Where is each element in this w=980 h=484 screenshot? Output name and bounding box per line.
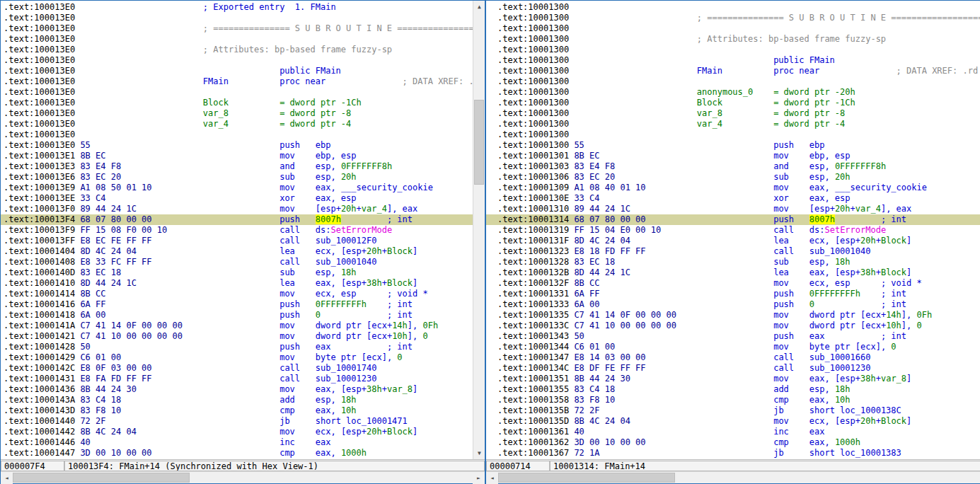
code-token[interactable]: + <box>382 384 387 394</box>
opcode-bytes[interactable]: 8B 44 24 30 <box>574 374 630 384</box>
opcode-bytes[interactable]: 40 <box>80 437 90 447</box>
scroll-down-icon[interactable]: ▼ <box>473 447 485 459</box>
address[interactable]: .text:10001333 <box>497 299 569 309</box>
disasm-line[interactable]: .text:10001343 50 push eax ; int <box>486 331 980 342</box>
opcode-bytes[interactable]: C7 41 14 0F 00 00 00 <box>80 321 183 330</box>
code-token[interactable]: eax <box>316 342 331 352</box>
code-token[interactable]: ebp <box>809 140 825 150</box>
address[interactable]: .text:1000135D <box>497 416 569 426</box>
address[interactable]: .text:100013E6 <box>4 172 75 182</box>
opcode-bytes[interactable]: 83 E4 F8 <box>80 161 121 171</box>
opcode-bytes[interactable]: 72 2F <box>80 416 105 426</box>
disasm-line[interactable]: .text:100013E0 var_4 = dword ptr -4 <box>1 119 473 129</box>
opcode-bytes[interactable]: 6A FF <box>574 289 599 299</box>
code-token[interactable]: ; int <box>387 342 413 352</box>
code-token[interactable]: ; void * <box>881 278 922 288</box>
opcode-bytes[interactable]: 6A FF <box>80 299 105 309</box>
address[interactable]: .text:10001300 <box>497 76 569 86</box>
code-token[interactable]: call <box>279 236 300 246</box>
code-token[interactable]: call <box>773 225 794 235</box>
number-token[interactable]: Block <box>881 236 906 246</box>
code-token[interactable]: mov <box>279 183 295 192</box>
address[interactable]: .text:10001418 <box>4 310 75 320</box>
address[interactable]: .text:100013EE <box>4 193 75 203</box>
opcode-bytes[interactable]: 8B 4C 24 04 <box>574 416 630 426</box>
number-token[interactable]: 0FFFFFFFFh <box>316 299 367 309</box>
number-token[interactable]: var_4 <box>855 204 881 214</box>
code-token[interactable]: mov <box>279 352 295 362</box>
address[interactable]: .text:10001358 <box>497 395 569 405</box>
disasm-line[interactable]: .text:10001447 3D 00 10 00 00 cmp eax, 1… <box>1 448 473 459</box>
disasm-line[interactable]: .text:10001367 72 1A jb short loc_100013… <box>486 448 980 459</box>
number-token[interactable]: 0FFFFFFF8h <box>835 161 886 171</box>
address[interactable]: .text:10001421 <box>4 331 75 341</box>
code-token[interactable]: cmp <box>279 448 295 458</box>
address[interactable]: .text:1000132B <box>497 267 569 277</box>
code-token[interactable]: [esp+ <box>316 204 341 214</box>
code-token[interactable]: push <box>279 310 300 320</box>
code-token[interactable]: eax, [esp+ <box>316 278 367 288</box>
number-token[interactable]: Block <box>387 246 413 256</box>
code-token[interactable]: + <box>876 236 881 246</box>
opcode-bytes[interactable]: 72 2F <box>574 405 599 415</box>
address[interactable]: .text:10001300 <box>497 119 569 129</box>
number-token[interactable]: 14h <box>886 310 901 320</box>
code-token[interactable]: jb <box>773 448 783 458</box>
disasm-line[interactable]: .text:1000133C C7 41 10 00 00 00 00 mov … <box>486 321 980 331</box>
address[interactable]: .text:10001319 <box>497 225 569 235</box>
opcode-bytes[interactable]: 68 07 80 00 00 <box>80 214 151 224</box>
code-token[interactable]: eax <box>809 427 825 437</box>
disasm-line[interactable]: .text:1000143A 83 C4 18 add esp, 18h <box>1 395 473 405</box>
opcode-bytes[interactable]: E8 EC FE FF FF <box>80 236 151 246</box>
number-token[interactable]: 10h <box>392 331 408 341</box>
code-token[interactable]: ds: <box>809 225 825 235</box>
code-token[interactable]: sub_10001230 <box>316 374 377 384</box>
code-token[interactable]: jb <box>279 416 289 426</box>
opcode-bytes[interactable]: 8B 44 24 30 <box>80 384 136 394</box>
address[interactable]: .text:10001410 <box>4 278 75 288</box>
address[interactable]: .text:100013E0 <box>4 13 75 23</box>
number-token[interactable]: = dword ptr -4 <box>773 119 845 129</box>
opcode-bytes[interactable]: E8 FA FD FF FF <box>80 374 151 384</box>
code-token[interactable]: mov <box>279 151 295 161</box>
disasm-line[interactable]: .text:10001306 83 EC 20 sub esp, 20h <box>486 172 980 183</box>
code-token[interactable]: inc <box>773 427 789 437</box>
address[interactable]: .text:1000140D <box>4 267 75 277</box>
code-token[interactable]: cmp <box>279 405 295 415</box>
disasm-line[interactable]: .text:1000143D 83 F8 10 cmp eax, 10h <box>1 405 473 416</box>
address[interactable]: .text:100013F9 <box>4 225 75 235</box>
code-token[interactable]: sub_10001740 <box>316 363 377 373</box>
number-token[interactable]: var_8 <box>203 108 229 118</box>
disasm-line[interactable]: .text:10001355 83 C4 18 add esp, 18h <box>486 384 980 395</box>
disasm-line[interactable]: .text:1000132F 8B CC mov ecx, esp ; void… <box>486 278 980 289</box>
code-token[interactable]: ecx, esp <box>316 289 357 299</box>
code-token[interactable]: short loc_1000138C <box>809 405 901 415</box>
code-token[interactable]: eax, <box>316 448 341 458</box>
address[interactable]: .text:10001404 <box>4 246 75 256</box>
opcode-bytes[interactable]: 8D 44 24 1C <box>574 267 630 277</box>
disasm-line[interactable]: .text:100013E0 55 push ebp <box>1 140 473 151</box>
number-token[interactable]: 20h <box>860 416 876 426</box>
code-token[interactable]: short loc_10001471 <box>316 416 408 426</box>
disasm-line[interactable]: .text:100013E6 83 EC 20 sub esp, 20h <box>1 172 473 183</box>
opcode-bytes[interactable]: 6A 00 <box>80 310 105 320</box>
address[interactable]: .text:100013E0 <box>4 2 75 12</box>
opcode-bytes[interactable]: FF 15 08 F0 00 10 <box>80 225 167 235</box>
address[interactable]: .text:10001310 <box>497 204 569 214</box>
number-token[interactable]: 18h <box>341 267 357 277</box>
code-token[interactable]: byte ptr [ecx], <box>809 342 892 352</box>
address[interactable]: .text:100013E0 <box>4 55 75 65</box>
address[interactable]: .text:100013F4 <box>4 214 75 224</box>
code-token[interactable]: call <box>773 352 794 362</box>
address[interactable]: .text:1000143A <box>4 395 75 405</box>
left-disasm-code[interactable]: .text:100013E0 ; Exported entry 1. FMain… <box>1 1 473 459</box>
code-token[interactable]: ebp <box>316 140 331 150</box>
code-token[interactable]: sub_10001040 <box>809 246 871 256</box>
code-token[interactable]: dword ptr [ecx+ <box>809 321 886 330</box>
disasm-line[interactable]: .text:10001300 public FMain <box>486 55 980 66</box>
opcode-bytes[interactable]: E8 DF FE FF FF <box>574 363 645 373</box>
address[interactable]: .text:1000143D <box>4 405 75 415</box>
address[interactable]: .text:10001300 <box>497 98 569 108</box>
code-token[interactable]: mov <box>279 289 295 299</box>
address[interactable]: .text:10001300 <box>497 23 569 33</box>
